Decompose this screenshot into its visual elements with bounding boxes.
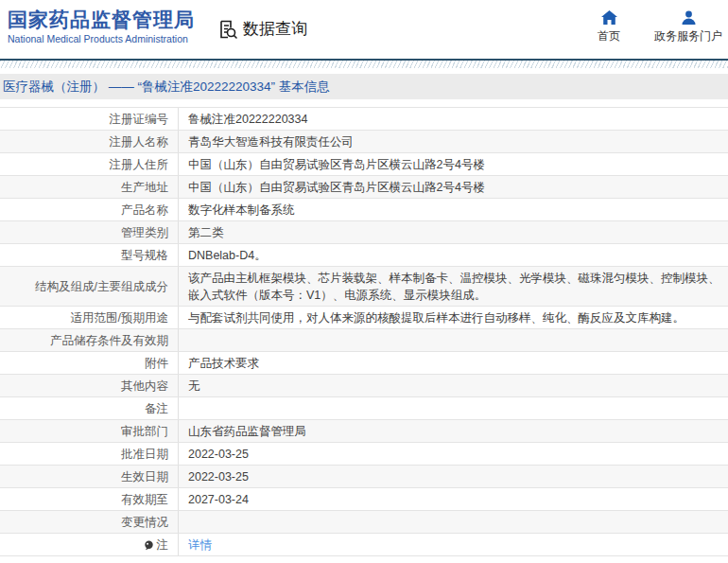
row-value: DNBelab-D4。 (188, 247, 267, 264)
table-row: 注册人名称 青岛华大智造科技有限责任公司 (0, 131, 728, 153)
row-label: 变更情况 (121, 514, 168, 531)
row-value: 青岛华大智造科技有限责任公司 (188, 133, 354, 150)
row-value-cell: DNBelab-D4。 (178, 244, 728, 266)
row-label-cell: 附件 (0, 352, 178, 374)
row-value: 与配套试剂共同使用，对人体来源的核酸提取后样本进行自动移样、纯化、酶反应及文库构… (188, 309, 685, 326)
note-icon (144, 540, 154, 551)
row-label: 批准日期 (121, 446, 168, 463)
row-value-cell: 该产品由主机框架模块、芯片装载架、样本制备卡、温控模块、光学模块、磁珠混匀模块、… (178, 267, 728, 306)
stripe-decoration (0, 61, 728, 68)
info-table: 注册证编号 鲁械注准20222220334 注册人名称 青岛华大智造科技有限责任… (0, 107, 728, 556)
row-label: 管理类别 (121, 224, 168, 241)
breadcrumb: 医疗器械（注册） —— “鲁械注准20222220334” 基本信息 (0, 74, 728, 99)
row-value-cell: 2027-03-24 (178, 488, 728, 510)
row-value: 山东省药品监督管理局 (188, 423, 306, 440)
row-value: 2022-03-25 (188, 446, 249, 463)
row-label-cell: 其他内容 (0, 375, 178, 396)
table-row: 其他内容 无 (0, 375, 728, 397)
table-row: 产品名称 数字化样本制备系统 (0, 199, 728, 221)
row-label-cell: 管理类别 (0, 221, 178, 243)
user-icon (682, 10, 696, 25)
row-label-cell: 生产地址 (0, 176, 178, 198)
row-value: 详情 (188, 537, 212, 554)
row-label-cell: 注册人名称 (0, 131, 178, 152)
table-row: 生产地址 中国（山东）自由贸易试验区青岛片区横云山路2号4号楼 (0, 176, 728, 199)
row-label: 注 (157, 537, 169, 554)
row-label: 结构及组成/主要组成成分 (35, 278, 168, 295)
row-value: 2027-03-24 (188, 491, 249, 508)
row-label-cell: 产品名称 (0, 199, 178, 220)
row-label-cell: 审批部门 (0, 420, 178, 442)
table-row: 批准日期 2022-03-25 (0, 443, 728, 466)
row-value: 该产品由主机框架模块、芯片装载架、样本制备卡、温控模块、光学模块、磁珠混匀模块、… (188, 270, 720, 304)
row-value-cell: 数字化样本制备系统 (178, 199, 728, 220)
row-value: 中国（山东）自由贸易试验区青岛片区横云山路2号4号楼 (188, 156, 485, 173)
table-row: 产品储存条件及有效期 (0, 329, 728, 352)
row-value-cell: 青岛华大智造科技有限责任公司 (178, 131, 728, 152)
row-label-cell: 生效日期 (0, 466, 178, 487)
row-value-cell: 中国（山东）自由贸易试验区青岛片区横云山路2号4号楼 (178, 176, 728, 198)
nmpa-logo: 国家药品监督管理局 National Medical Products Admi… (8, 9, 195, 44)
table-row: 备注 (0, 397, 728, 420)
table-row: 有效期至 2027-03-24 (0, 488, 728, 511)
row-label: 其他内容 (121, 378, 168, 395)
row-label: 产品名称 (121, 202, 168, 219)
row-value-cell: 第二类 (178, 221, 728, 243)
row-value-cell (178, 397, 728, 419)
row-label: 生产地址 (121, 179, 168, 196)
row-label-cell: 适用范围/预期用途 (0, 307, 178, 328)
row-value-cell: 产品技术要求 (178, 352, 728, 374)
row-value-cell: 2022-03-25 (178, 443, 728, 465)
row-value: 产品技术要求 (188, 355, 259, 372)
row-value: 第二类 (188, 224, 224, 241)
row-label-cell: 批准日期 (0, 443, 178, 465)
row-label: 注册人名称 (110, 133, 169, 150)
table-row: 管理类别 第二类 (0, 221, 728, 244)
row-value-cell (178, 329, 728, 351)
row-label: 备注 (145, 400, 168, 417)
row-label-cell: 注 (0, 534, 178, 555)
row-value-cell: 与配套试剂共同使用，对人体来源的核酸提取后样本进行自动移样、纯化、酶反应及文库构… (178, 307, 728, 328)
row-label: 审批部门 (121, 423, 168, 440)
row-value-cell: 无 (178, 375, 728, 396)
nav-portal-label: 政务服务门户 (654, 28, 722, 44)
row-label: 有效期至 (121, 491, 168, 508)
row-value: 中国（山东）自由贸易试验区青岛片区横云山路2号4号楼 (188, 179, 485, 196)
nav-home[interactable]: 首页 (588, 10, 630, 44)
detail-link[interactable]: 详情 (188, 538, 212, 552)
table-row: 适用范围/预期用途 与配套试剂共同使用，对人体来源的核酸提取后样本进行自动移样、… (0, 307, 728, 329)
row-label: 注册证编号 (110, 111, 169, 128)
nav-portal[interactable]: 政务服务门户 (654, 10, 722, 44)
nav-home-label: 首页 (598, 28, 620, 44)
table-row: 附件 产品技术要求 (0, 352, 728, 375)
row-value-cell: 山东省药品监督管理局 (178, 420, 728, 442)
row-label-cell: 型号规格 (0, 244, 178, 266)
row-value-cell: 鲁械注准20222220334 (178, 108, 728, 130)
row-label-cell: 结构及组成/主要组成成分 (0, 267, 178, 306)
row-value-cell: 中国（山东）自由贸易试验区青岛片区横云山路2号4号楼 (178, 153, 728, 175)
row-label-cell: 有效期至 (0, 488, 178, 510)
document-search-icon (217, 19, 238, 40)
table-row: 注册证编号 鲁械注准20222220334 (0, 108, 728, 131)
row-value: 鲁械注准20222220334 (188, 111, 307, 128)
site-title: 国家药品监督管理局 (8, 9, 195, 31)
row-label-cell: 备注 (0, 397, 178, 419)
top-nav: 首页 政务服务门户 (588, 10, 722, 44)
page-header: 国家药品监督管理局 National Medical Products Admi… (0, 0, 728, 59)
table-row: 注册人住所 中国（山东）自由贸易试验区青岛片区横云山路2号4号楼 (0, 153, 728, 176)
row-label: 生效日期 (121, 468, 168, 485)
row-label-cell: 注册人住所 (0, 153, 178, 175)
table-row: 结构及组成/主要组成成分 该产品由主机框架模块、芯片装载架、样本制备卡、温控模块… (0, 267, 728, 307)
row-value-cell (178, 511, 728, 533)
row-value: 2022-03-25 (188, 468, 249, 485)
row-label: 产品储存条件及有效期 (50, 332, 168, 349)
row-label-cell: 注册证编号 (0, 108, 178, 130)
row-label: 适用范围/预期用途 (71, 309, 168, 326)
table-row: 生效日期 2022-03-25 (0, 466, 728, 488)
row-value: 数字化样本制备系统 (188, 202, 295, 219)
site-subtitle: National Medical Products Administration (8, 33, 195, 44)
table-row: 变更情况 (0, 511, 728, 534)
row-label: 型号规格 (121, 247, 168, 264)
row-label-cell: 变更情况 (0, 511, 178, 533)
row-label: 注册人住所 (110, 156, 169, 173)
